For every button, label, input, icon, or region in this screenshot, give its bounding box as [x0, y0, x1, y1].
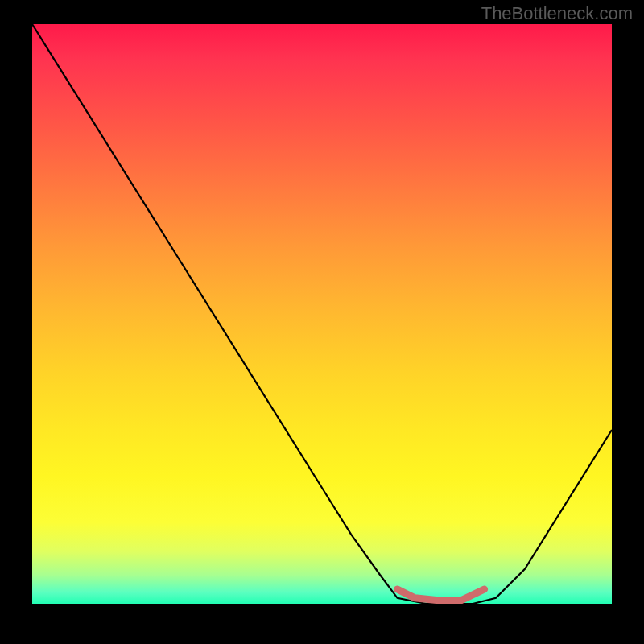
chart-svg [32, 24, 612, 604]
chart-main-curve [32, 24, 612, 604]
watermark-text: TheBottleneck.com [481, 3, 633, 24]
chart-highlight-segment [398, 589, 485, 601]
chart-plot-area [32, 24, 612, 604]
